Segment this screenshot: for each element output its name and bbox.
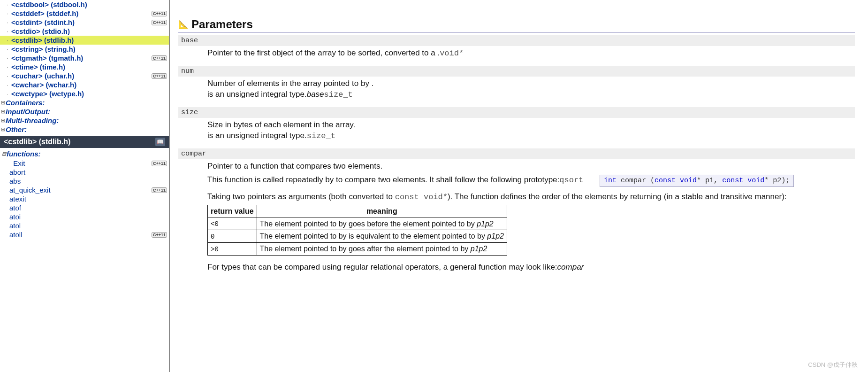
function-link[interactable]: abort [9,168,167,176]
cpp11-badge: C++11 [152,11,167,16]
param-name-num: num [178,66,855,77]
function-item[interactable]: abs [0,177,169,186]
dictionary-icon[interactable]: 📖 [155,138,165,146]
table-row: <0 The element pointed to by goes before… [208,217,507,230]
sidebar-header-item[interactable]: ·<ctime> (time.h) [0,62,169,71]
tree-dot-icon: · [5,73,10,79]
sidebar-header-item[interactable]: ·<cwctype> (wctype.h) [0,89,169,98]
param-name-base: base [178,35,855,46]
expand-icon[interactable]: ⊞ [0,108,6,115]
function-link[interactable]: atoll [9,231,152,239]
table-row: 0 The element pointed to by is equivalen… [208,230,507,243]
header-link[interactable]: <cstdio> (stdio.h) [11,27,167,35]
sidebar-header-item[interactable]: ·<ctgmath> (tgmath.h)C++11 [0,54,169,62]
tree-dot-icon: · [5,46,10,52]
param-name-size: size [178,107,855,118]
sidebar-header-item[interactable]: ·<cstdint> (stdint.h)C++11 [0,18,169,27]
cpp11-badge: C++11 [152,73,167,79]
header-tree: ·<cstdbool> (stdbool.h)·<cstddef> (stdde… [0,0,169,136]
function-item[interactable]: _ExitC++11 [0,159,169,168]
sidebar-header-item[interactable]: ·<cwchar> (wchar.h) [0,80,169,89]
param-desc-num: Number of elements in the array pointed … [178,77,855,104]
cpp11-badge: C++11 [152,232,167,238]
function-item[interactable]: at_quick_exitC++11 [0,186,169,194]
tree-dot-icon: · [5,82,10,88]
expand-icon[interactable]: ⊞ [0,100,6,106]
sidebar-header-item[interactable]: ·<cstddef> (stddef.h)C++11 [0,9,169,18]
functions-section: ⊟ functions: _ExitC++11abortabsat_quick_… [0,148,169,239]
functions-label: functions: [7,150,41,158]
header-link[interactable]: <cstddef> (stddef.h) [11,9,152,17]
function-link[interactable]: atof [9,204,167,212]
cpp11-badge: C++11 [152,161,167,166]
param-name-compar: compar [178,148,855,159]
header-link[interactable]: <cstdlib> (stdlib.h) [11,36,167,44]
table-header-return: return value [208,205,257,217]
tree-dot-icon: · [5,91,10,97]
table-header-meaning: meaning [257,205,507,217]
cpp11-badge: C++11 [152,187,167,193]
subheader-label: <cstdlib> (stdlib.h) [4,138,70,146]
sidebar-subheader: <cstdlib> (stdlib.h) 📖 [0,136,169,148]
sidebar-header-item[interactable]: ·<cstdbool> (stdbool.h) [0,0,169,9]
tree-dot-icon: · [5,38,10,43]
sidebar-header-item[interactable]: ·<cuchar> (uchar.h)C++11 [0,71,169,80]
param-desc-base: Pointer to the first object of the array… [178,46,855,63]
sidebar-category-item[interactable]: ⊞Containers: [0,98,169,107]
table-row: >0 The element pointed to by goes after … [208,243,507,256]
function-link[interactable]: abs [9,177,167,185]
compar-return-table: return value meaning <0 The element poin… [207,205,507,256]
category-link[interactable]: Other: [6,125,27,133]
sidebar-category-item[interactable]: ⊞Other: [0,125,169,134]
tree-dot-icon: · [5,29,10,34]
header-link[interactable]: <cwchar> (wchar.h) [11,81,167,89]
functions-header[interactable]: ⊟ functions: [0,149,169,159]
function-item[interactable]: atof [0,203,169,212]
cpp11-badge: C++11 [152,20,167,25]
tree-dot-icon: · [5,2,10,8]
cpp11-badge: C++11 [152,55,167,61]
header-link[interactable]: <cwctype> (wctype.h) [11,90,167,98]
function-link[interactable]: _Exit [9,159,152,167]
tree-dot-icon: · [5,55,10,61]
tree-dot-icon: · [5,20,10,25]
header-link[interactable]: <cstdbool> (stdbool.h) [11,0,167,8]
header-link[interactable]: <ctime> (time.h) [11,63,167,71]
collapse-icon[interactable]: ⊟ [1,151,7,157]
category-link[interactable]: Containers: [6,99,45,107]
prototype-box: int compar (const void* p1, const void* … [600,175,794,187]
header-link[interactable]: <cstring> (string.h) [11,45,167,53]
category-link[interactable]: Input/Output: [6,108,50,116]
expand-icon[interactable]: ⊞ [0,117,6,124]
header-link[interactable]: <cstdint> (stdint.h) [11,18,152,26]
param-desc-size: Size in bytes of each element in the arr… [178,118,855,146]
function-item[interactable]: atoi [0,212,169,221]
section-title-row: 📐 Parameters [178,18,855,32]
function-item[interactable]: atol [0,221,169,230]
function-link[interactable]: atoi [9,213,167,221]
sidebar-header-item[interactable]: ·<cstdio> (stdio.h) [0,27,169,36]
function-link[interactable]: at_quick_exit [9,186,152,194]
function-link[interactable]: atexit [9,195,167,203]
sidebar-header-item[interactable]: ·<cstring> (string.h) [0,45,169,54]
main-content: 📐 Parameters base Pointer to the first o… [170,0,868,372]
header-link[interactable]: <ctgmath> (tgmath.h) [11,54,152,62]
sidebar-header-item[interactable]: ·<cstdlib> (stdlib.h) [0,36,169,45]
sidebar-category-item[interactable]: ⊞Multi-threading: [0,116,169,125]
sidebar-category-item[interactable]: ⊞Input/Output: [0,107,169,116]
function-item[interactable]: atollC++11 [0,230,169,239]
header-link[interactable]: <cuchar> (uchar.h) [11,72,152,80]
section-title: Parameters [191,18,253,31]
tree-dot-icon: · [5,11,10,16]
category-link[interactable]: Multi-threading: [6,116,59,124]
expand-icon[interactable]: ⊞ [0,126,6,132]
function-item[interactable]: atexit [0,194,169,203]
function-item[interactable]: abort [0,168,169,177]
tree-dot-icon: · [5,64,10,70]
param-desc-compar: Pointer to a function that compares two … [178,159,855,277]
sidebar: ·<cstdbool> (stdbool.h)·<cstddef> (stdde… [0,0,170,372]
function-link[interactable]: atol [9,222,167,230]
watermark: CSDN @戊子仲秋 [808,361,858,369]
triangle-icon: 📐 [178,19,189,30]
